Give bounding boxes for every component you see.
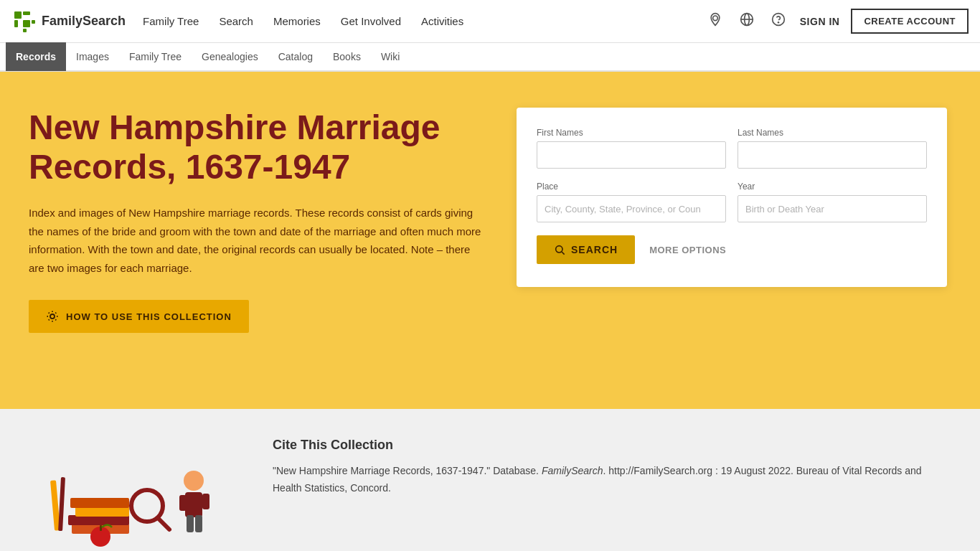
year-input[interactable] xyxy=(738,195,927,222)
svg-rect-21 xyxy=(58,477,65,531)
svg-rect-17 xyxy=(68,515,129,525)
search-button[interactable]: SEARCH xyxy=(537,235,635,264)
first-names-group: First Names xyxy=(537,128,726,169)
svg-rect-4 xyxy=(23,20,30,27)
tab-images[interactable]: Images xyxy=(66,42,119,71)
year-label: Year xyxy=(738,182,927,192)
svg-line-15 xyxy=(562,252,565,255)
year-group: Year xyxy=(738,182,927,222)
search-icon xyxy=(554,244,565,255)
svg-rect-24 xyxy=(179,495,187,511)
svg-point-14 xyxy=(556,246,562,253)
last-names-input[interactable] xyxy=(738,141,927,169)
svg-line-29 xyxy=(158,518,169,529)
gear-collection-icon xyxy=(46,310,59,323)
svg-rect-25 xyxy=(202,494,209,509)
secondary-navigation: Records Images Family Tree Genealogies C… xyxy=(0,43,980,72)
name-row: First Names Last Names xyxy=(537,128,927,169)
tab-genealogies[interactable]: Genealogies xyxy=(192,42,268,71)
place-year-row: Place Year xyxy=(537,182,927,222)
tab-records[interactable]: Records xyxy=(6,42,66,71)
cite-text: "New Hampshire Marriage Records, 1637-19… xyxy=(273,463,951,497)
illustration-area xyxy=(29,438,244,551)
nav-family-tree[interactable]: Family Tree xyxy=(143,15,199,27)
nav-search[interactable]: Search xyxy=(219,15,253,27)
svg-rect-1 xyxy=(14,11,22,19)
page-title: New Hampshire Marriage Records, 1637-194… xyxy=(29,108,488,187)
tab-books[interactable]: Books xyxy=(323,42,371,71)
cite-area: Cite This Collection "New Hampshire Marr… xyxy=(273,438,951,497)
svg-rect-18 xyxy=(75,507,129,517)
svg-rect-27 xyxy=(195,515,202,532)
svg-rect-23 xyxy=(185,492,202,517)
how-to-use-button[interactable]: HOW TO USE THIS COLLECTION xyxy=(29,300,249,333)
hero-section: New Hampshire Marriage Records, 1637-194… xyxy=(0,72,980,409)
cite-title: Cite This Collection xyxy=(273,438,951,453)
last-names-group: Last Names xyxy=(738,128,927,169)
last-names-label: Last Names xyxy=(738,128,927,138)
svg-point-13 xyxy=(50,314,55,319)
place-group: Place xyxy=(537,182,726,222)
svg-rect-5 xyxy=(32,20,35,24)
help-icon-btn[interactable] xyxy=(768,9,788,33)
tab-family-tree[interactable]: Family Tree xyxy=(119,42,192,71)
search-actions: SEARCH MORE OPTIONS xyxy=(537,235,927,264)
first-names-input[interactable] xyxy=(537,141,726,169)
logo-text: FamilySearch xyxy=(42,14,126,29)
svg-rect-26 xyxy=(187,515,194,532)
globe-icon-btn[interactable] xyxy=(737,9,757,33)
svg-rect-3 xyxy=(14,20,18,27)
nav-get-involved[interactable]: Get Involved xyxy=(341,15,401,27)
search-card: First Names Last Names Place Year xyxy=(517,108,947,287)
first-names-label: First Names xyxy=(537,128,726,138)
place-label: Place xyxy=(537,182,726,192)
svg-point-7 xyxy=(712,16,717,21)
create-account-button[interactable]: CREATE ACCOUNT xyxy=(851,9,969,34)
familysearch-logo-icon xyxy=(11,9,37,34)
top-nav-right: SIGN IN CREATE ACCOUNT xyxy=(705,9,969,34)
more-options-button[interactable]: MORE OPTIONS xyxy=(649,245,726,255)
svg-rect-19 xyxy=(70,498,129,508)
nav-memories[interactable]: Memories xyxy=(273,15,321,27)
illustration-svg xyxy=(29,438,244,551)
search-button-label: SEARCH xyxy=(571,244,618,255)
sign-in-button[interactable]: SIGN IN xyxy=(800,16,840,27)
location-icon-btn[interactable] xyxy=(705,9,725,33)
globe-icon xyxy=(740,12,754,27)
location-icon xyxy=(708,12,722,27)
svg-point-22 xyxy=(184,471,204,491)
svg-rect-6 xyxy=(23,29,27,32)
tab-catalog[interactable]: Catalog xyxy=(268,42,323,71)
hero-description: Index and images of New Hampshire marria… xyxy=(29,204,488,277)
top-navigation: FamilySearch Family Tree Search Memories… xyxy=(0,0,980,43)
hero-content: New Hampshire Marriage Records, 1637-194… xyxy=(29,108,488,333)
tab-wiki[interactable]: Wiki xyxy=(371,42,410,71)
how-to-use-label: HOW TO USE THIS COLLECTION xyxy=(66,311,232,322)
place-input[interactable] xyxy=(537,195,726,222)
main-nav-links: Family Tree Search Memories Get Involved… xyxy=(143,15,705,27)
svg-rect-31 xyxy=(100,525,102,531)
nav-activities[interactable]: Activities xyxy=(421,15,463,27)
svg-rect-2 xyxy=(23,11,30,15)
help-icon xyxy=(771,12,786,27)
logo-link[interactable]: FamilySearch xyxy=(11,9,126,34)
bottom-section: Cite This Collection "New Hampshire Marr… xyxy=(0,409,980,551)
